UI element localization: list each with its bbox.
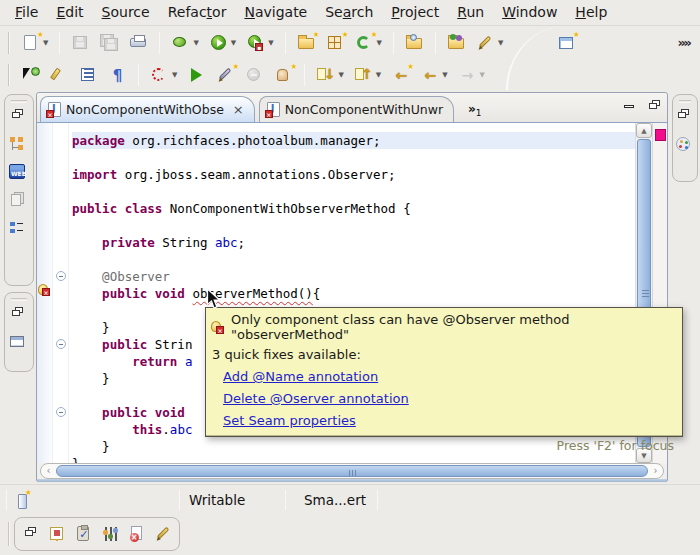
fastview-drag-handle[interactable] (11, 100, 27, 103)
menu-window[interactable]: Window (493, 0, 566, 25)
minimize-button[interactable] (621, 98, 637, 112)
menu-help[interactable]: Help (566, 0, 616, 25)
fold-collapse-icon[interactable] (56, 339, 66, 349)
statusbar-separator (179, 490, 180, 510)
scroll-up-button[interactable]: ▲ (636, 123, 652, 138)
outline-view-button[interactable] (8, 219, 30, 243)
error-badge-icon: × (42, 288, 50, 296)
chevron-down-icon: ▼ (480, 71, 485, 79)
code-line (72, 217, 635, 234)
restore-view-button[interactable] (8, 107, 30, 131)
menu-file[interactable]: File (6, 0, 47, 25)
menu-edit[interactable]: Edit (47, 0, 92, 25)
properties-view-button[interactable] (8, 333, 30, 357)
fastview-drag-handle[interactable] (11, 298, 27, 301)
seam-component-button[interactable]: ▼ (147, 62, 180, 88)
run-on-server-button[interactable] (184, 62, 209, 88)
tab-overflow-chevron[interactable]: »1 (468, 102, 482, 118)
menu-search[interactable]: Search (316, 0, 382, 25)
chevron-down-icon: ▼ (376, 71, 381, 79)
restore-icon (25, 530, 33, 536)
forward-button[interactable]: →▼ (455, 62, 488, 88)
toolbar-drag-handle[interactable] (8, 64, 10, 86)
stop-button[interactable] (242, 62, 267, 88)
save-button[interactable] (68, 30, 93, 56)
package-explorer-view-button[interactable] (8, 135, 30, 159)
open-perspective-button[interactable] (554, 30, 579, 56)
annotation-ruler[interactable]: × (37, 123, 53, 463)
new-wizard-button[interactable]: ▼ (18, 30, 51, 56)
quick-fix-wizard-button[interactable] (213, 62, 238, 88)
run-external-tools-icon: ▪ (246, 34, 265, 52)
tasks-clipboard-icon (77, 526, 89, 541)
segment-icon (79, 66, 98, 84)
error-log-view-button[interactable] (128, 525, 147, 543)
restore-view-button[interactable] (674, 107, 696, 131)
markers-view-button[interactable] (48, 525, 67, 543)
debug-button[interactable]: ▼ (168, 30, 201, 56)
next-annotation-button[interactable]: ↓▼ (313, 62, 346, 88)
save-all-button[interactable] (97, 30, 122, 56)
previous-annotation-button[interactable]: ↑▼ (351, 62, 384, 88)
show-selected-element-button[interactable] (76, 62, 101, 88)
toolbar-overflow-chevron[interactable]: » (684, 35, 690, 50)
horizontal-scroll-thumb[interactable] (56, 465, 648, 477)
palette-view-button[interactable] (674, 135, 696, 159)
new-package-icon (326, 34, 345, 52)
search-view-button[interactable] (154, 525, 173, 543)
new-project-button[interactable] (294, 30, 319, 56)
save-icon (71, 34, 90, 52)
quickfix-link-add-name-annotation[interactable]: Add @Name annotation (223, 369, 378, 384)
toolbar-drag-handle[interactable] (8, 32, 10, 54)
active-editor-border (37, 479, 667, 482)
new-package-button[interactable] (323, 30, 348, 56)
open-archive-button[interactable] (402, 30, 427, 56)
mark-occurrences-button[interactable] (47, 62, 72, 88)
fastview-drag-handle[interactable] (679, 100, 691, 103)
restore-view-button[interactable] (8, 305, 30, 329)
open-declaration-button[interactable] (18, 62, 43, 88)
fold-collapse-icon[interactable] (56, 271, 66, 281)
horizontal-scrollbar[interactable]: ‹ › (40, 463, 664, 479)
code-line: public void observerMethod(){ (72, 285, 635, 302)
code-line (72, 183, 635, 200)
back-button[interactable]: ←▼ (417, 62, 450, 88)
filters-view-button[interactable] (101, 525, 120, 543)
new-web-service-button[interactable]: ▼ (352, 30, 385, 56)
web-projects-view-button[interactable] (8, 163, 30, 187)
last-edit-location-button[interactable]: ← (388, 62, 413, 88)
scroll-right-button[interactable]: › (648, 464, 663, 478)
search-button[interactable]: ▼ (473, 30, 506, 56)
menu-source[interactable]: Source (93, 0, 159, 25)
quickfix-bulb-icon: × (211, 320, 226, 335)
folding-ruler[interactable] (53, 123, 69, 463)
run-button[interactable]: ▼ (206, 30, 239, 56)
fastview-drag-handle[interactable] (8, 522, 10, 546)
menu-navigate[interactable]: Navigate (235, 0, 316, 25)
quickfix-link-delete-observer-annotation[interactable]: Delete @Oserver annotation (223, 391, 409, 406)
import-resources-button[interactable] (444, 30, 469, 56)
wand-icon (216, 66, 235, 84)
resources-view-button[interactable] (8, 191, 30, 215)
tab-noncomponentwithunwr[interactable]: × NonComponentWithUnwr (259, 96, 454, 122)
print-button[interactable] (126, 30, 151, 56)
search-pen-icon (157, 527, 170, 540)
quickfix-link-set-seam-properties[interactable]: Set Seam properties (223, 413, 356, 428)
insert-mode-status: Sma...ert (304, 490, 366, 510)
menu-run[interactable]: Run (448, 0, 493, 25)
menu-refactor[interactable]: Refactor (159, 0, 236, 25)
run-external-tools-button[interactable]: ▪▼ (243, 30, 276, 56)
fold-collapse-icon[interactable] (56, 407, 66, 417)
scroll-left-button[interactable]: ‹ (41, 464, 56, 478)
link-with-editor-button[interactable] (271, 62, 296, 88)
close-icon[interactable]: × (233, 104, 244, 116)
bottom-fastview-bar (14, 517, 180, 551)
show-whitespace-button[interactable]: ¶ (105, 62, 130, 88)
restore-view-button[interactable] (21, 525, 40, 543)
tab-noncomponentwithobse[interactable]: × NonComponentWithObse × (40, 96, 255, 122)
code-line: package org.richfaces.photoalbum.manager… (72, 132, 635, 149)
menu-project[interactable]: Project (382, 0, 448, 25)
error-overview-marker[interactable] (655, 129, 666, 141)
tasks-view-button[interactable] (74, 525, 93, 543)
maximize-button[interactable] (645, 98, 661, 112)
